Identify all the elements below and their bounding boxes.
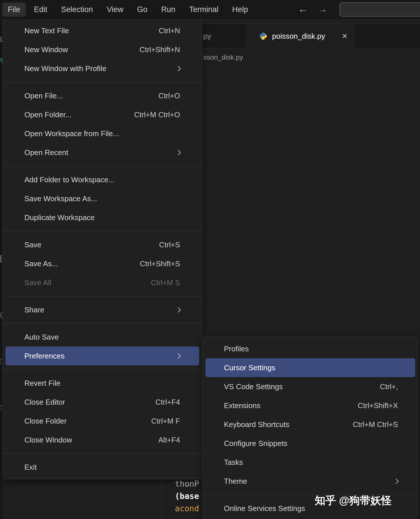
menu-item-label: Close Folder (24, 417, 67, 426)
breadcrumb[interactable]: sson_disk.py (203, 53, 243, 61)
file-menu-item-save-all: Save All Ctrl+M S (5, 273, 199, 292)
menubar-item-file[interactable]: File (2, 3, 26, 17)
menu-item-label: Configure Snippets (224, 439, 287, 448)
file-menu-item-duplicate-workspace[interactable]: Duplicate Workspace (5, 208, 199, 227)
python-icon (259, 32, 267, 40)
submenu-item-theme[interactable]: Theme (206, 472, 415, 491)
menu-item-label: New Window (24, 45, 68, 54)
terminal-line: (base (175, 490, 199, 502)
file-menu-item-exit[interactable]: Exit (5, 458, 199, 477)
menu-item-label: Open Recent (24, 148, 68, 157)
submenu-item-extensions[interactable]: Extensions Ctrl+Shift+X (206, 396, 415, 415)
activity-icon-fragment: [ (0, 254, 2, 262)
menu-item-label: Cursor Settings (224, 363, 275, 372)
activity-icon-fragment: □ (0, 357, 3, 365)
menubar-item-run[interactable]: Run (156, 3, 181, 17)
menu-item-shortcut: Ctrl+M Ctrl+S (353, 420, 398, 429)
file-menu-item-open-workspace-from-file[interactable]: Open Workspace from File... (5, 124, 199, 143)
menu-item-label: New Window with Profile (24, 64, 106, 73)
file-menu-item-revert-file[interactable]: Revert File (5, 374, 199, 393)
submenu-item-profiles[interactable]: Profiles (206, 339, 415, 358)
file-menu-item-close-folder[interactable]: Close Folder Ctrl+M F (5, 412, 199, 430)
activity-icon-fragment: L (0, 36, 3, 43)
file-menu-item-auto-save[interactable]: Auto Save (5, 328, 199, 346)
forward-arrow-icon[interactable]: → (318, 3, 327, 15)
menu-item-shortcut: Ctrl+O (158, 91, 180, 100)
menu-separator (3, 323, 202, 324)
preferences-submenu: Profiles Cursor Settings VS Code Setting… (203, 337, 418, 519)
menu-item-shortcut: Alt+F4 (158, 436, 180, 444)
file-menu-item-open-file[interactable]: Open File... Ctrl+O (5, 86, 199, 105)
file-menu-item-share[interactable]: Share (5, 300, 199, 319)
file-menu-item-new-window[interactable]: New Window Ctrl+Shift+N (5, 40, 199, 59)
chevron-right-icon (175, 150, 181, 155)
menu-item-label: Preferences (24, 352, 65, 361)
menu-item-shortcut: Ctrl+Shift+S (140, 259, 180, 268)
menubar-item-go[interactable]: Go (132, 3, 153, 17)
tab-active-poisson-disk[interactable]: poisson_disk.py ✕ (247, 24, 354, 48)
file-menu-item-add-folder-to-workspace[interactable]: Add Folder to Workspace... (5, 170, 199, 189)
menubar-item-selection[interactable]: Selection (56, 3, 98, 17)
file-menu: New Text File Ctrl+N New Window Ctrl+Shi… (3, 19, 202, 479)
file-menu-item-save[interactable]: Save Ctrl+S (5, 235, 199, 254)
file-menu-item-close-window[interactable]: Close Window Alt+F4 (5, 430, 199, 449)
menu-item-shortcut: Ctrl+M F (151, 417, 180, 426)
menu-item-label: Save All (24, 278, 51, 287)
menu-separator (3, 453, 202, 454)
menu-item-label: Save As... (24, 259, 58, 268)
chevron-right-icon (175, 66, 181, 71)
back-arrow-icon[interactable]: ← (298, 3, 308, 15)
chevron-right-icon (393, 479, 398, 484)
menu-item-shortcut: Ctrl+, (380, 382, 398, 391)
file-menu-item-preferences[interactable]: Preferences (5, 346, 199, 365)
submenu-item-configure-snippets[interactable]: Configure Snippets (206, 434, 415, 453)
file-menu-item-save-as[interactable]: Save As... Ctrl+Shift+S (5, 254, 199, 273)
menu-item-label: Online Services Settings (224, 504, 305, 513)
menu-item-label: Save (24, 240, 41, 249)
tab-label: poisson_disk.py (272, 32, 335, 41)
submenu-item-vs-code-settings[interactable]: VS Code Settings Ctrl+, (206, 377, 415, 396)
file-menu-item-open-folder[interactable]: Open Folder... Ctrl+M Ctrl+O (5, 105, 199, 124)
menu-separator (3, 231, 202, 231)
menu-item-label: Save Workspace As... (24, 194, 97, 203)
file-menu-item-new-window-with-profile[interactable]: New Window with Profile (5, 59, 199, 78)
menubar-item-edit[interactable]: Edit (29, 3, 53, 17)
submenu-item-cursor-settings[interactable]: Cursor Settings (206, 358, 415, 377)
terminal-line: acond (175, 502, 199, 515)
file-menu-item-save-workspace-as[interactable]: Save Workspace As... (5, 189, 199, 208)
panel-divider (161, 478, 162, 519)
menu-item-label: Open Folder... (24, 110, 72, 119)
submenu-item-keyboard-shortcuts[interactable]: Keyboard Shortcuts Ctrl+M Ctrl+S (206, 415, 415, 434)
menubar-item-view[interactable]: View (101, 3, 129, 17)
activity-bar[interactable]: L % [ ( □ □ (0, 19, 3, 519)
activity-icon-fragment: ( (0, 311, 3, 318)
submenu-item-tasks[interactable]: Tasks (206, 453, 415, 472)
file-menu-item-new-text-file[interactable]: New Text File Ctrl+N (5, 21, 199, 40)
menu-item-label: Keyboard Shortcuts (224, 420, 289, 429)
menu-item-label: Tasks (224, 458, 243, 467)
watermark: 知乎 @狗带妖怪 (315, 493, 392, 508)
menu-item-shortcut: Ctrl+Shift+X (358, 401, 398, 410)
activity-icon-fragment: % (0, 57, 3, 64)
tab-partial-label: py (203, 24, 211, 48)
menubar-item-terminal[interactable]: Terminal (184, 3, 224, 17)
chevron-right-icon (175, 307, 181, 312)
menu-item-label: Auto Save (24, 333, 59, 342)
terminal-line: thonP (175, 478, 199, 490)
menu-item-label: Profiles (224, 344, 249, 353)
file-menu-item-open-recent[interactable]: Open Recent (5, 143, 199, 162)
menu-separator (3, 369, 202, 370)
menu-item-shortcut: Ctrl+Shift+N (139, 45, 180, 54)
menu-item-shortcut: Ctrl+S (159, 240, 180, 249)
menu-item-label: Duplicate Workspace (24, 213, 95, 222)
menu-item-label: Open File... (24, 91, 63, 100)
close-icon[interactable]: ✕ (342, 32, 348, 40)
search-box[interactable] (339, 2, 420, 17)
menu-item-label: Close Window (24, 436, 72, 444)
menu-bar: File Edit Selection View Go Run Terminal… (0, 0, 420, 19)
menubar-item-help[interactable]: Help (227, 3, 254, 17)
file-menu-item-close-editor[interactable]: Close Editor Ctrl+F4 (5, 393, 199, 412)
menu-item-label: VS Code Settings (224, 382, 283, 391)
menu-item-label: Revert File (24, 379, 60, 388)
menu-item-label: Open Workspace from File... (24, 129, 119, 138)
